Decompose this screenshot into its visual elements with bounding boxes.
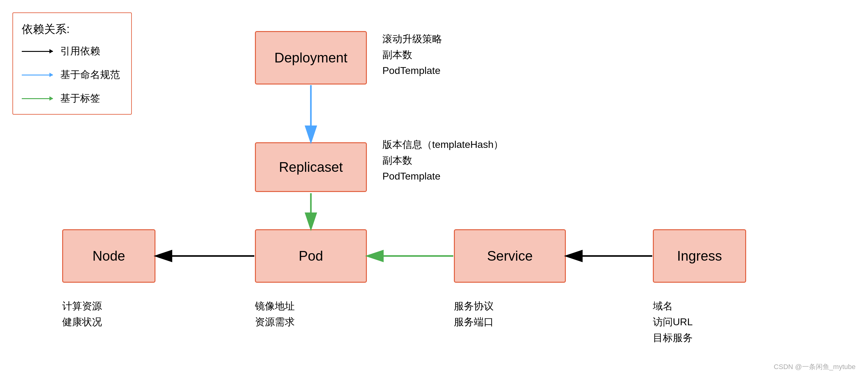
deployment-annotation-text: 滚动升级策略副本数PodTemplate (382, 33, 442, 76)
legend-label-green: 基于标签 (60, 92, 100, 105)
legend-label-blue: 基于命名规范 (60, 68, 120, 82)
replicaset-box: Replicaset (255, 142, 367, 192)
legend-box: 依赖关系: 引用依赖 基于命名规范 基于标签 (12, 12, 132, 115)
pod-annotation-text: 镜像地址资源需求 (255, 300, 295, 328)
service-annotation-text: 服务协议服务端口 (454, 300, 494, 328)
deployment-label: Deployment (275, 50, 348, 66)
deployment-annotation: 滚动升级策略副本数PodTemplate (382, 31, 442, 79)
black-arrow-icon (22, 51, 53, 52)
green-arrow-icon (22, 98, 53, 99)
ingress-box: Ingress (653, 229, 746, 283)
pod-annotation: 镜像地址资源需求 (255, 298, 295, 330)
service-label: Service (487, 248, 533, 264)
legend-item-black: 引用依赖 (22, 44, 120, 58)
replicaset-label: Replicaset (279, 159, 343, 175)
legend-label-black: 引用依赖 (60, 44, 100, 58)
ingress-annotation: 域名访问URL目标服务 (653, 298, 693, 346)
blue-arrow-icon (22, 75, 53, 75)
service-annotation: 服务协议服务端口 (454, 298, 494, 330)
node-annotation: 计算资源健康状况 (62, 298, 102, 330)
legend-title: 依赖关系: (22, 22, 120, 37)
ingress-label: Ingress (677, 248, 722, 264)
pod-box: Pod (255, 229, 367, 283)
legend-item-blue: 基于命名规范 (22, 68, 120, 82)
replicaset-annotation-text: 版本信息（templateHash）副本数PodTemplate (382, 139, 503, 182)
node-label: Node (92, 248, 125, 264)
replicaset-annotation: 版本信息（templateHash）副本数PodTemplate (382, 137, 503, 184)
ingress-annotation-text: 域名访问URL目标服务 (653, 300, 693, 343)
pod-label: Pod (299, 248, 323, 264)
node-box: Node (62, 229, 155, 283)
service-box: Service (454, 229, 566, 283)
node-annotation-text: 计算资源健康状况 (62, 300, 102, 328)
deployment-box: Deployment (255, 31, 367, 84)
watermark: CSDN @一条闲鱼_mytube (774, 362, 856, 372)
diagram-container: 依赖关系: 引用依赖 基于命名规范 基于标签 Deployment Replic… (0, 0, 868, 379)
legend-item-green: 基于标签 (22, 92, 120, 105)
